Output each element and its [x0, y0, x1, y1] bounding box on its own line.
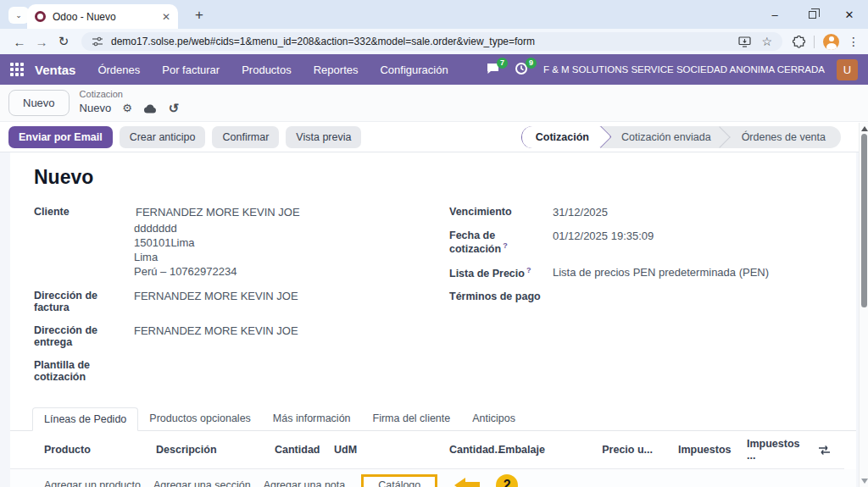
tab-productos-opcionales[interactable]: Productos opcionales [138, 407, 262, 430]
profile-avatar-icon[interactable] [823, 34, 839, 50]
breadcrumb-parent[interactable]: Cotizacion [80, 89, 180, 101]
field-direccion-entrega: Dirección de entrega FERNANDEZ MORE KEVI… [34, 324, 439, 348]
form-fields: Cliente FERNANDEZ MORE KEVIN JOE ddddddd… [34, 206, 832, 394]
app-name-ventas[interactable]: Ventas [35, 63, 75, 77]
field-label: Términos de pago [449, 291, 553, 302]
help-icon[interactable]: ? [526, 266, 531, 274]
send-to-device-icon[interactable] [738, 36, 751, 47]
menu-por-facturar[interactable]: Por facturar [162, 64, 220, 76]
field-label: Fecha de cotización? [449, 230, 553, 255]
reload-icon[interactable]: ↻ [53, 34, 75, 49]
activities-badge: 9 [526, 58, 537, 69]
order-lines-header: Producto Descripción Cantidad UdM Cantid… [10, 431, 844, 469]
column-header-cantidad[interactable]: Cantidad [275, 444, 315, 456]
page-scrollbar[interactable] [859, 123, 868, 487]
optional-columns-icon[interactable] [818, 445, 831, 456]
forward-icon[interactable]: → [31, 35, 53, 49]
activities-button[interactable]: 9 [515, 62, 531, 77]
save-cloud-icon[interactable] [143, 103, 158, 114]
annotation-step-badge: 2 [496, 474, 518, 487]
window-minimize-button[interactable]: – [756, 0, 793, 29]
odoo-navbar: Ventas Órdenes Por facturar Productos Re… [0, 54, 868, 85]
column-header-embalaje[interactable]: Embalaje [498, 444, 602, 456]
tab-lineas-de-pedido[interactable]: Líneas de Pedido [32, 407, 138, 431]
send-by-email-button[interactable]: Enviar por Email [8, 126, 113, 148]
tab-mas-informacion[interactable]: Más información [262, 407, 362, 430]
window-close-button[interactable]: ✕ [831, 0, 868, 29]
column-header-cantidad-2[interactable]: Cantidad... [449, 444, 498, 456]
back-icon[interactable]: ← [8, 35, 31, 49]
control-panel: Nuevo Cotizacion Nuevo ⚙ ↺ [0, 85, 868, 122]
messages-button[interactable]: 7 [486, 62, 503, 77]
menu-configuracion[interactable]: Configuración [380, 64, 448, 76]
menu-ordenes[interactable]: Órdenes [97, 64, 140, 76]
menu-productos[interactable]: Productos [242, 64, 292, 76]
record-title: Nuevo [34, 166, 856, 189]
breadcrumb-current: Nuevo [80, 102, 112, 115]
add-product-link[interactable]: Agregar un producto [44, 479, 141, 487]
company-name[interactable]: F & M SOLUTIONS SERVICE SOCIEDAD ANONIMA… [543, 64, 825, 75]
customer-name[interactable]: FERNANDEZ MORE KEVIN JOE [134, 206, 300, 219]
field-vencimiento: Vencimiento 31/12/2025 [449, 206, 832, 219]
site-settings-tune-icon[interactable] [92, 36, 103, 47]
tab-title: Odoo - Nuevo [53, 11, 155, 23]
stage-cotizacion[interactable]: Cotización [521, 126, 601, 148]
field-lista-precio: Lista de Precio? Lista de precios PEN pr… [449, 266, 832, 279]
customer-address: ddddddd 150101Lima Lima Perú – 107629722… [134, 221, 300, 279]
tab-close-icon[interactable]: ✕ [162, 11, 170, 23]
column-header-impuestos[interactable]: Impuestos [678, 444, 739, 456]
stage-cotizacion-enviada[interactable]: Cotización enviada [601, 126, 726, 148]
gear-icon[interactable]: ⚙ [122, 102, 132, 115]
field-label: Plantilla de cotización [34, 359, 134, 383]
expiration-value[interactable]: 31/12/2025 [553, 206, 608, 219]
apps-grid-icon[interactable] [10, 63, 25, 77]
tab-firma-del-cliente[interactable]: Firma del cliente [362, 407, 462, 430]
column-header-impuestos-2[interactable]: Impuestos ... [747, 438, 811, 462]
stage-ordenes-de-venta[interactable]: Órdenes de venta [726, 126, 841, 148]
create-advance-button[interactable]: Crear anticipo [120, 126, 206, 148]
messages-badge: 7 [497, 58, 508, 69]
new-button[interactable]: Nuevo [8, 90, 70, 116]
new-tab-button[interactable]: + [188, 5, 210, 25]
url-bar[interactable]: demo17.solse.pe/web#cids=1&menu_id=208&a… [81, 32, 782, 51]
browser-tab[interactable]: Odoo - Nuevo ✕ [27, 4, 178, 29]
add-note-link[interactable]: Agregar una nota [264, 479, 346, 487]
extensions-puzzle-icon[interactable] [793, 36, 805, 48]
confirm-button[interactable]: Confirmar [212, 126, 279, 148]
content-area: Nuevo Cliente FERNANDEZ MORE KEVIN JOE d… [0, 152, 868, 487]
column-header-descripcion[interactable]: Descripción [156, 444, 275, 456]
discard-undo-icon[interactable]: ↺ [169, 101, 180, 117]
annotation-arrow-icon [454, 478, 480, 487]
bookmark-star-icon[interactable]: ☆ [761, 35, 772, 48]
scrollbar-thumb[interactable] [861, 134, 867, 307]
pricelist-value[interactable]: Lista de precios PEN predeterminada (PEN… [553, 266, 769, 279]
toolbar-divider [814, 36, 815, 48]
field-fecha-cotizacion: Fecha de cotización? 01/12/2025 19:35:09 [449, 230, 832, 255]
column-header-udm[interactable]: UdM [334, 444, 383, 456]
odoo-favicon-icon [35, 11, 46, 22]
catalog-link[interactable]: Catálogo [361, 474, 437, 487]
delivery-address-value[interactable]: FERNANDEZ MORE KEVIN JOE [134, 324, 298, 348]
field-plantilla-cotizacion: Plantilla de cotización [34, 359, 439, 383]
field-label: Dirección de entrega [34, 324, 134, 348]
add-section-link[interactable]: Agregar una sección [153, 479, 251, 487]
scrollbar-up-icon[interactable] [861, 126, 868, 131]
tab-search-chevron-icon[interactable]: ⌄ [8, 7, 29, 24]
breadcrumb: Cotizacion Nuevo ⚙ ↺ [80, 89, 180, 117]
menu-reportes[interactable]: Reportes [314, 64, 359, 76]
order-lines-add-row: Agregar un producto Agregar una sección … [10, 469, 856, 487]
browser-menu-icon[interactable]: ⋮ [848, 35, 860, 48]
field-direccion-factura: Dirección de factura FERNANDEZ MORE KEVI… [34, 290, 439, 313]
tab-anticipos[interactable]: Anticipos [461, 407, 526, 430]
preview-button[interactable]: Vista previa [286, 126, 361, 148]
column-header-producto[interactable]: Producto [44, 444, 156, 456]
scrollbar-down-icon[interactable] [861, 479, 868, 484]
status-action-bar: Enviar por Email Crear anticipo Confirma… [0, 122, 868, 152]
window-restore-button[interactable] [793, 0, 831, 29]
help-icon[interactable]: ? [503, 241, 508, 250]
column-header-precio[interactable]: Precio u... [602, 444, 653, 456]
quotation-date-value[interactable]: 01/12/2025 19:35:09 [553, 230, 654, 255]
user-avatar[interactable]: U [837, 59, 858, 80]
url-text[interactable]: demo17.solse.pe/web#cids=1&menu_id=208&a… [111, 36, 731, 47]
invoice-address-value[interactable]: FERNANDEZ MORE KEVIN JOE [134, 290, 298, 313]
